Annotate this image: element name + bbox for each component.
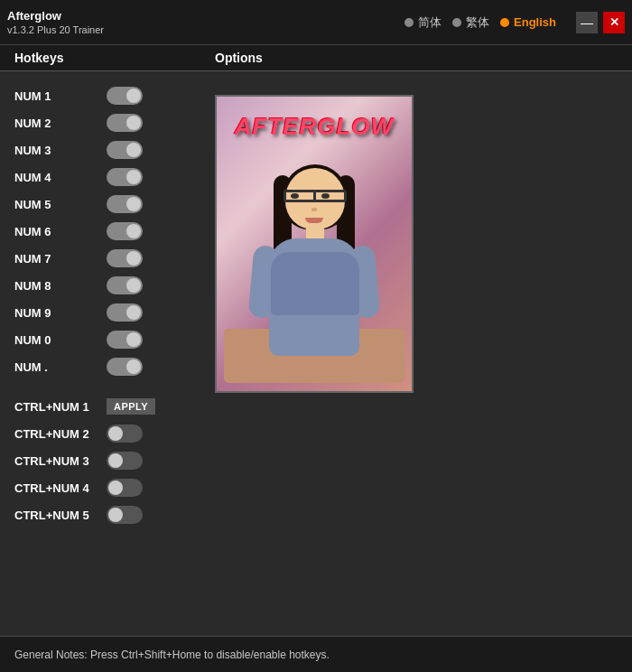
- lang-english[interactable]: English: [500, 15, 556, 29]
- cover-title: AFTERGLOW: [235, 113, 395, 141]
- hotkey-row-num5: NUM 5: [0, 191, 208, 218]
- hotkey-row-numdot: NUM .: [0, 353, 208, 380]
- hotkey-label-ctrlnum5: CTRL+NUM 5: [14, 509, 96, 522]
- lang-traditional[interactable]: 繁体: [452, 14, 489, 31]
- close-button[interactable]: ✕: [603, 12, 625, 33]
- toggle-num2[interactable]: [107, 114, 143, 132]
- toggle-num9[interactable]: [107, 303, 143, 322]
- spacer: [0, 380, 208, 393]
- hotkey-label-numdot: NUM .: [14, 360, 96, 374]
- hotkey-row-num0: NUM 0: [0, 326, 208, 353]
- hotkey-label-ctrlnum1: CTRL+NUM 1: [14, 400, 96, 414]
- toggle-num6[interactable]: [107, 222, 143, 240]
- minimize-button[interactable]: —: [576, 12, 598, 33]
- hotkey-label-ctrlnum2: CTRL+NUM 2: [14, 427, 96, 441]
- lang-simplified-label: 简体: [418, 14, 441, 31]
- status-bar: General Notes: Press Ctrl+Shift+Home to …: [0, 636, 632, 672]
- lang-english-label: English: [514, 15, 556, 29]
- language-controls: 简体 繁体 English — ✕: [404, 12, 625, 33]
- hotkey-label-ctrlnum4: CTRL+NUM 4: [14, 481, 96, 495]
- main-content: NUM 1 NUM 2 NUM 3 NUM 4 NUM 5 NUM 6: [0, 71, 632, 628]
- hotkey-label-num7: NUM 7: [14, 252, 96, 266]
- hotkey-label-num5: NUM 5: [14, 198, 96, 211]
- toggle-ctrlnum4[interactable]: [107, 479, 143, 497]
- hotkey-row-ctrlnum1: CTRL+NUM 1 APPLY: [0, 393, 208, 420]
- toggle-num5[interactable]: [107, 195, 143, 213]
- hotkey-row-ctrlnum2: CTRL+NUM 2: [0, 420, 208, 447]
- hotkeys-header: Hotkeys: [0, 51, 208, 65]
- hotkey-row-num4: NUM 4: [0, 163, 208, 191]
- hotkey-label-num1: NUM 1: [14, 89, 96, 103]
- toggle-num4[interactable]: [107, 168, 143, 186]
- hotkey-row-num3: NUM 3: [0, 136, 208, 163]
- radio-traditional: [452, 18, 461, 27]
- hotkey-label-num9: NUM 9: [14, 306, 96, 320]
- hotkey-row-num9: NUM 9: [0, 299, 208, 326]
- hotkey-label-num2: NUM 2: [14, 117, 96, 130]
- app-title: Afterglow: [7, 9, 104, 23]
- app-version: v1.3.2 Plus 20 Trainer: [7, 24, 104, 35]
- hotkey-row-ctrlnum4: CTRL+NUM 4: [0, 474, 208, 501]
- cover-character: [224, 148, 404, 383]
- lang-traditional-label: 繁体: [466, 14, 489, 31]
- status-text: General Notes: Press Ctrl+Shift+Home to …: [14, 649, 330, 661]
- toggle-num7[interactable]: [107, 249, 143, 267]
- column-headers: Hotkeys Options: [0, 45, 632, 71]
- radio-english: [500, 18, 509, 27]
- toggle-ctrlnum5[interactable]: [107, 506, 143, 524]
- hotkey-label-ctrlnum3: CTRL+NUM 3: [14, 454, 96, 468]
- apply-button[interactable]: APPLY: [107, 398, 155, 415]
- hotkey-row-ctrlnum5: CTRL+NUM 5: [0, 501, 208, 528]
- radio-simplified: [404, 18, 414, 27]
- hotkeys-panel: NUM 1 NUM 2 NUM 3 NUM 4 NUM 5 NUM 6: [0, 79, 208, 628]
- toggle-numdot[interactable]: [107, 358, 143, 376]
- title-info: Afterglow v1.3.2 Plus 20 Trainer: [7, 9, 104, 35]
- toggle-num0[interactable]: [107, 331, 143, 349]
- hotkey-label-num8: NUM 8: [14, 279, 96, 293]
- hotkey-row-num6: NUM 6: [0, 218, 208, 245]
- window-controls: — ✕: [576, 12, 625, 33]
- hotkey-row-num7: NUM 7: [0, 245, 208, 272]
- toggle-num3[interactable]: [107, 141, 143, 159]
- options-panel: AFTERGLOW: [208, 79, 632, 628]
- toggle-ctrlnum3[interactable]: [107, 452, 143, 470]
- options-header: Options: [208, 51, 263, 65]
- lang-simplified[interactable]: 简体: [404, 14, 441, 31]
- game-cover: AFTERGLOW: [215, 95, 414, 393]
- hotkey-label-num6: NUM 6: [14, 225, 96, 238]
- hotkey-row-num1: NUM 1: [0, 82, 208, 109]
- title-bar: Afterglow v1.3.2 Plus 20 Trainer 简体 繁体 E…: [0, 0, 632, 45]
- hotkey-label-num3: NUM 3: [14, 144, 96, 157]
- toggle-num8[interactable]: [107, 276, 143, 294]
- hotkey-row-num2: NUM 2: [0, 109, 208, 136]
- hotkey-row-ctrlnum3: CTRL+NUM 3: [0, 447, 208, 474]
- toggle-num1[interactable]: [107, 87, 143, 105]
- hotkey-label-num4: NUM 4: [14, 171, 96, 184]
- hotkey-label-num0: NUM 0: [14, 333, 96, 347]
- hotkey-row-num8: NUM 8: [0, 272, 208, 299]
- toggle-ctrlnum2[interactable]: [107, 425, 143, 443]
